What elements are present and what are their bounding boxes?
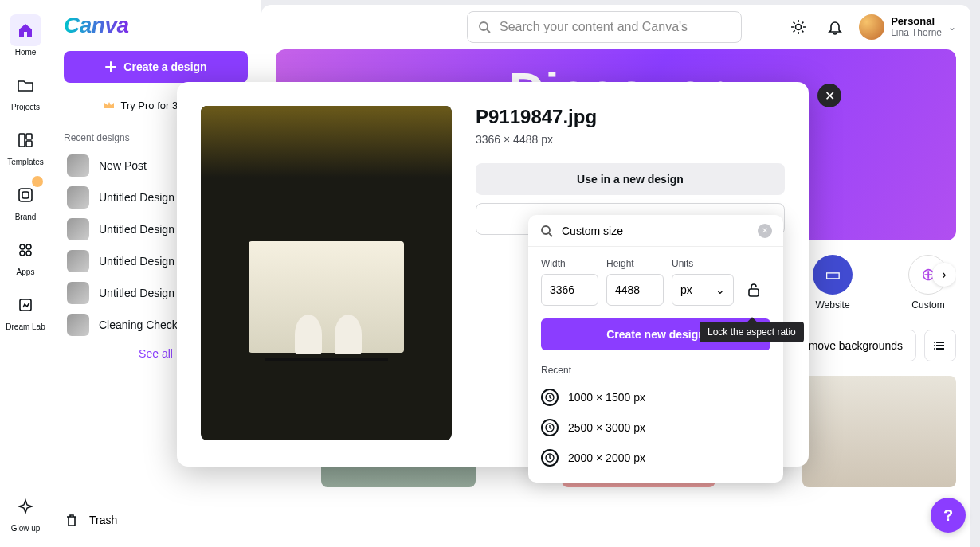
clock-icon: [541, 449, 559, 467]
modal-dimensions: 3366 × 4488 px: [476, 133, 785, 146]
tooltip-text: Lock the aspect ratio: [708, 326, 796, 338]
width-field: Width: [541, 258, 598, 306]
svg-point-15: [542, 226, 550, 234]
units-value: px: [680, 283, 692, 296]
custom-size-search-input[interactable]: [562, 225, 750, 237]
units-field: Units px ⌄: [672, 258, 734, 306]
close-icon: ✕: [825, 88, 835, 104]
height-field: Height: [606, 258, 664, 306]
custom-size-popover: ✕ Width Height Units px ⌄ Create ne: [528, 215, 783, 483]
width-input[interactable]: [541, 274, 598, 306]
unlock-icon: [747, 283, 760, 297]
close-icon: ✕: [762, 226, 768, 235]
help-icon: ?: [943, 506, 953, 525]
recent-size-item[interactable]: 2000 × 2000 px: [541, 443, 770, 473]
chevron-down-icon: ⌄: [715, 283, 725, 296]
recent-size-item[interactable]: 2500 × 3000 px: [541, 412, 770, 443]
close-modal-button[interactable]: ✕: [817, 84, 841, 107]
modal-filename: P9119847.jpg: [476, 106, 785, 128]
svg-rect-16: [749, 289, 759, 296]
field-label: Units: [672, 258, 734, 269]
clock-icon: [541, 389, 559, 406]
button-label: Create new design: [606, 328, 705, 341]
search-icon: [539, 224, 554, 238]
recent-size-label: 2500 × 3000 px: [568, 421, 645, 434]
recent-size-item[interactable]: 1000 × 1500 px: [541, 382, 770, 412]
button-label: Use in a new design: [577, 173, 684, 186]
use-in-new-design-button[interactable]: Use in a new design: [476, 163, 785, 195]
height-input[interactable]: [606, 274, 664, 306]
clock-icon: [541, 419, 559, 436]
recent-size-label: 2000 × 2000 px: [568, 451, 645, 464]
field-label: Height: [606, 258, 664, 269]
lock-aspect-ratio-button[interactable]: [742, 274, 766, 306]
recent-sizes-heading: Recent: [541, 365, 770, 376]
image-preview: [201, 106, 452, 440]
popover-search: ✕: [528, 215, 783, 247]
field-label: Width: [541, 258, 598, 269]
help-button[interactable]: ?: [931, 498, 966, 533]
lock-tooltip: Lock the aspect ratio: [700, 322, 804, 342]
clear-search-button[interactable]: ✕: [758, 224, 772, 238]
units-select[interactable]: px ⌄: [672, 274, 734, 306]
recent-size-label: 1000 × 1500 px: [568, 391, 645, 404]
